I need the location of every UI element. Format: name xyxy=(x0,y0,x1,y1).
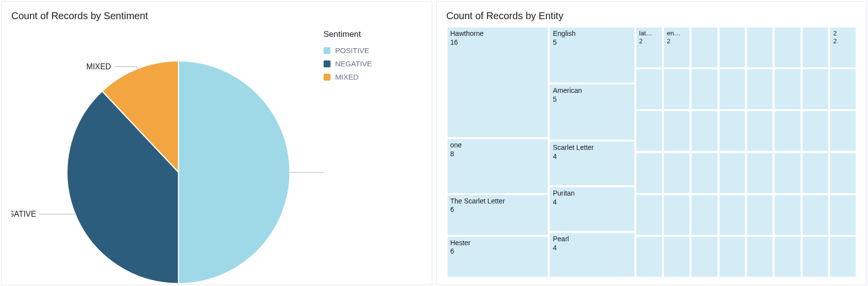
treemap-cell-value: 5 xyxy=(553,38,631,47)
treemap-cell[interactable] xyxy=(663,152,690,194)
treemap-cell-value: 2 xyxy=(667,37,687,45)
legend-label: MIXED xyxy=(335,73,359,81)
legend-item-negative[interactable]: NEGATIVE xyxy=(324,59,422,68)
treemap-cell[interactable] xyxy=(829,68,857,110)
treemap-cell-hester[interactable]: Hester6 xyxy=(447,236,549,278)
treemap-cell[interactable] xyxy=(635,152,663,194)
treemap-cell[interactable] xyxy=(774,110,801,152)
treemap-cell-label: The Scarlet Letter xyxy=(450,197,505,205)
treemap-cell-value: 4 xyxy=(553,244,631,253)
treemap-cell[interactable] xyxy=(802,194,829,236)
treemap-cell-label: English xyxy=(553,29,575,37)
legend-swatch-icon xyxy=(324,47,330,54)
treemap-cell[interactable] xyxy=(635,68,663,110)
treemap-cell[interactable] xyxy=(718,236,746,278)
treemap-cell[interactable] xyxy=(718,68,746,110)
treemap-cell-scarlet-letter[interactable]: Scarlet Letter4 xyxy=(549,141,635,186)
legend-item-mixed[interactable]: MIXED xyxy=(324,73,422,81)
treemap-cell-value: 6 xyxy=(450,205,545,214)
treemap-cell[interactable] xyxy=(774,27,801,68)
treemap-cell-one[interactable]: one8 xyxy=(447,138,549,194)
treemap-cell-label: Pearl xyxy=(553,235,569,243)
treemap-cell-label: Scarlet Letter xyxy=(553,143,594,151)
treemap-cell-value: 8 xyxy=(450,150,545,159)
treemap-cell-value: 6 xyxy=(450,247,545,256)
treemap-cell[interactable] xyxy=(746,236,774,278)
legend-label: NEGATIVE xyxy=(335,59,372,68)
treemap-cell[interactable] xyxy=(802,152,829,194)
treemap-cell[interactable] xyxy=(663,236,690,278)
legend-swatch-icon xyxy=(324,60,330,67)
treemap-cell[interactable] xyxy=(690,110,718,152)
treemap-cell-label: American xyxy=(553,86,582,94)
treemap-cell[interactable] xyxy=(802,236,829,278)
treemap-cell-label: Hester xyxy=(450,239,471,247)
treemap-cell[interactable] xyxy=(690,68,718,110)
legend-swatch-icon xyxy=(324,74,330,81)
treemap-cell-label: one xyxy=(450,141,462,149)
treemap-cell[interactable] xyxy=(635,236,663,278)
treemap-cell-label: lat… xyxy=(639,29,653,37)
treemap-cell[interactable] xyxy=(718,194,746,236)
treemap-cell[interactable] xyxy=(829,152,857,194)
treemap-cell[interactable] xyxy=(746,68,774,110)
treemap-cell[interactable] xyxy=(690,236,718,278)
pie-label-mixed: MIXED xyxy=(86,62,111,71)
treemap-cell[interactable] xyxy=(718,110,746,152)
treemap-cell[interactable] xyxy=(802,27,829,68)
treemap-cell-value: 5 xyxy=(553,95,631,104)
treemap-cell[interactable] xyxy=(774,152,801,194)
treemap-cell[interactable] xyxy=(829,110,857,152)
treemap-cell-label: Hawthorne xyxy=(450,29,484,37)
pie-legend: Sentiment POSITIVE NEGATIVE MIXED xyxy=(324,27,422,285)
pie-title: Count of Records by Sentiment xyxy=(11,10,422,22)
pie-chart[interactable]: POSITIVENEGATIVEMIXED xyxy=(11,27,324,285)
treemap-chart[interactable]: Hawthorne16one8The Scarlet Letter6Hester… xyxy=(447,27,857,278)
legend-title: Sentiment xyxy=(324,29,422,39)
treemap-cell-english[interactable]: English5 xyxy=(549,27,635,84)
treemap-cell[interactable] xyxy=(829,236,857,278)
treemap-cell[interactable] xyxy=(663,110,690,152)
treemap-cell-2[interactable]: 22 xyxy=(829,27,857,68)
treemap-cell-label: Puritan xyxy=(553,189,574,197)
treemap-cell-pearl[interactable]: Pearl4 xyxy=(549,232,635,278)
pie-label-negative: NEGATIVE xyxy=(11,210,36,218)
treemap-cell[interactable] xyxy=(635,110,663,152)
treemap-cell-value: 2 xyxy=(639,37,659,45)
treemap-cell[interactable] xyxy=(718,152,746,194)
treemap-cell[interactable] xyxy=(690,194,718,236)
treemap-cell[interactable] xyxy=(663,68,690,110)
treemap-cell-value: 4 xyxy=(553,152,631,161)
treemap-cell-the-scarlet-letter[interactable]: The Scarlet Letter6 xyxy=(447,194,549,236)
treemap-cell[interactable] xyxy=(774,194,801,236)
panel-sentiment: Count of Records by Sentiment POSITIVENE… xyxy=(1,1,432,285)
tree-title: Count of Records by Entity xyxy=(447,10,857,22)
treemap-cell-hawthorne[interactable]: Hawthorne16 xyxy=(447,27,549,138)
treemap-cell[interactable] xyxy=(690,152,718,194)
treemap-cell[interactable] xyxy=(690,27,718,68)
treemap-cell-puritan[interactable]: Puritan4 xyxy=(549,186,635,232)
panel-entity: Count of Records by Entity Hawthorne16on… xyxy=(436,1,868,285)
pie-slice-positive[interactable] xyxy=(179,61,290,284)
treemap-cell[interactable] xyxy=(802,68,829,110)
treemap-cell[interactable] xyxy=(746,152,774,194)
treemap-cell-value: 2 xyxy=(833,37,853,45)
treemap-cell[interactable] xyxy=(663,194,690,236)
treemap-cell[interactable] xyxy=(635,194,663,236)
treemap-cell[interactable] xyxy=(746,110,774,152)
treemap-cell-label: en… xyxy=(667,29,680,37)
treemap-cell[interactable] xyxy=(746,194,774,236)
treemap-cell[interactable] xyxy=(802,110,829,152)
legend-item-positive[interactable]: POSITIVE xyxy=(324,46,422,55)
treemap-cell-lat-[interactable]: lat…2 xyxy=(635,27,663,68)
treemap-cell[interactable] xyxy=(829,194,857,236)
pie-chart-area: POSITIVENEGATIVEMIXED xyxy=(11,27,324,285)
treemap-cell-american[interactable]: American5 xyxy=(549,84,635,141)
treemap-cell[interactable] xyxy=(774,68,801,110)
treemap-cell-label: 2 xyxy=(833,29,837,37)
treemap-cell[interactable] xyxy=(718,27,746,68)
treemap-cell-value: 4 xyxy=(553,198,631,207)
treemap-cell-en-[interactable]: en…2 xyxy=(663,27,690,68)
treemap-cell[interactable] xyxy=(746,27,774,68)
treemap-cell[interactable] xyxy=(774,236,801,278)
